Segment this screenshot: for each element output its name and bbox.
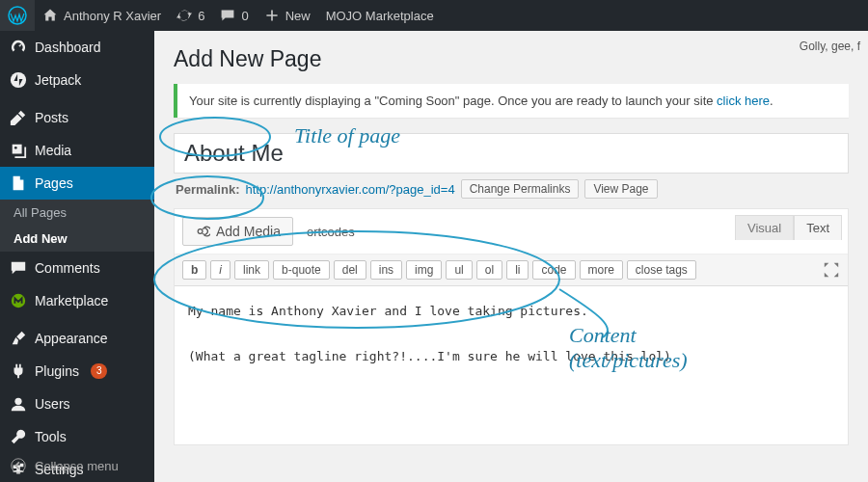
sidebar-item-appearance[interactable]: Appearance [0,322,154,355]
mojo-marketplace-link[interactable]: MOJO Marketplace [318,0,442,31]
qt-ul[interactable]: ul [446,260,472,280]
svg-point-6 [198,229,203,234]
sidebar-item-dashboard[interactable]: Dashboard [0,31,154,64]
qt-link[interactable]: link [234,260,269,280]
qt-img[interactable]: img [406,260,442,280]
sidebar-item-posts[interactable]: Posts [0,101,154,134]
qt-code[interactable]: code [532,260,575,280]
qt-ins[interactable]: ins [370,260,402,280]
page-heading: Add New Page [174,46,849,72]
sidebar-item-pages[interactable]: Pages [0,167,154,200]
permalink-row: Permalink: http://anthonyrxavier.com/?pa… [176,179,847,199]
admin-sidebar: Dashboard Jetpack Posts Media Pages All … [0,31,154,482]
permalink-label: Permalink: [176,182,239,197]
pages-submenu: All Pages Add New [0,200,154,252]
svg-point-2 [14,147,17,149]
updates-count: 6 [198,9,204,23]
collapse-menu-button[interactable]: Collapse menu [0,449,154,482]
svg-point-5 [12,459,25,472]
wp-logo[interactable] [0,0,35,31]
howdy-greeting[interactable]: Golly, gee, f [800,40,860,53]
sidebar-item-media[interactable]: Media [0,134,154,167]
editor-tab-visual[interactable]: Visual [735,215,794,240]
qt-more[interactable]: more [580,260,623,280]
sidebar-item-tools[interactable]: Tools [0,420,154,453]
comments-count: 0 [241,9,248,23]
media-icon [195,224,210,239]
svg-point-1 [11,72,26,88]
plugin-update-badge: 3 [91,363,108,379]
view-page-button[interactable]: View Page [584,179,657,199]
sidebar-item-plugins[interactable]: Plugins3 [0,355,154,388]
launch-site-link[interactable]: click here [717,94,770,108]
editor-tab-text[interactable]: Text [794,215,842,240]
site-name: Anthony R Xavier [64,9,161,23]
qt-b[interactable]: b [182,260,206,280]
sidebar-item-comments[interactable]: Comments [0,252,154,284]
new-label: New [285,9,311,23]
sidebar-item-marketplace[interactable]: Marketplace [0,284,154,317]
qt-closetags[interactable]: close tags [627,260,696,280]
new-content-link[interactable]: New [257,0,318,31]
site-name-link[interactable]: Anthony R Xavier [35,0,169,31]
change-permalinks-button[interactable]: Change Permalinks [461,179,580,199]
page-title-input[interactable] [174,133,849,174]
content-textarea[interactable]: My name is Anthony Xavier and I love tak… [175,286,848,444]
submenu-all-pages[interactable]: All Pages [0,200,154,226]
submenu-add-new[interactable]: Add New [0,226,154,252]
updates-link[interactable]: 6 [169,0,212,31]
sidebar-item-users[interactable]: Users [0,388,154,420]
svg-point-4 [14,398,21,405]
shortcodes-label[interactable]: ortcodes [307,225,355,239]
qt-bquote[interactable]: b-quote [273,260,330,280]
qt-li[interactable]: li [506,260,529,280]
comments-link[interactable]: 0 [212,0,256,31]
permalink-url[interactable]: http://anthonyrxavier.com/?page_id=4 [245,182,454,197]
sidebar-item-jetpack[interactable]: Jetpack [0,64,154,96]
qt-ol[interactable]: ol [476,260,502,280]
coming-soon-notice: Your site is currently displaying a "Com… [174,84,849,118]
add-media-button[interactable]: Add Media [182,217,293,246]
qt-del[interactable]: del [334,260,366,280]
qt-i[interactable]: i [210,260,231,280]
content-editor: Add Media ortcodes Visual Text b i link … [174,208,849,445]
fullscreen-icon[interactable] [823,261,840,279]
quicktags-toolbar: b i link b-quote del ins img ul ol li co… [175,254,848,286]
